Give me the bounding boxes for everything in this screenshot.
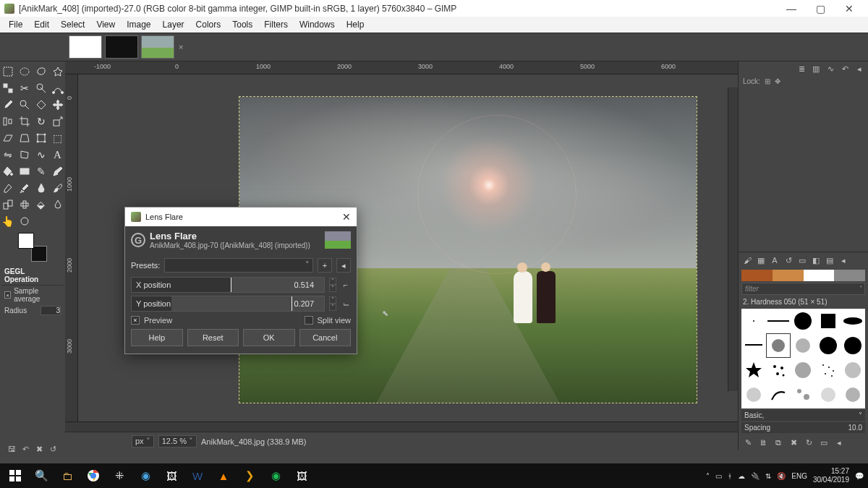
tab-thumb-2[interactable] <box>105 35 138 59</box>
menu-image[interactable]: Image <box>121 18 156 31</box>
tray-notifications-icon[interactable]: 💬 <box>855 472 864 480</box>
reset-options-icon[interactable]: ↺ <box>47 443 59 455</box>
cancel-button[interactable]: Cancel <box>299 329 352 346</box>
tray-power-icon[interactable]: 🔌 <box>751 472 760 480</box>
tray-vol-icon[interactable]: 🔇 <box>777 472 786 480</box>
brush-open-icon[interactable]: ▭ <box>817 437 830 448</box>
tool-eraser[interactable] <box>1 181 15 195</box>
start-button[interactable] <box>4 466 26 486</box>
undo-tab-icon[interactable]: ↶ <box>839 63 851 74</box>
patterns-tab-icon[interactable]: ▦ <box>755 254 767 266</box>
tool-zoom[interactable] <box>17 98 32 112</box>
minimize-button[interactable]: — <box>777 3 806 14</box>
search-icon[interactable]: 🔍 <box>30 466 52 486</box>
restore-options-icon[interactable]: ↶ <box>20 443 31 455</box>
explorer-icon[interactable]: 🗀 <box>56 466 78 486</box>
menu-help[interactable]: Help <box>341 18 370 31</box>
tool-text[interactable]: A <box>51 147 65 162</box>
vlc-icon[interactable]: ▲ <box>213 466 234 486</box>
brush-grid[interactable] <box>741 309 865 408</box>
menu-windows[interactable]: Windows <box>294 18 341 31</box>
brush-edit-icon[interactable]: ✎ <box>741 437 754 448</box>
save-options-icon[interactable]: 🖫 <box>6 443 17 455</box>
tool-perspective[interactable] <box>17 131 32 145</box>
paths-tab-icon[interactable]: ∿ <box>825 63 836 74</box>
presets-dropdown[interactable] <box>164 258 313 273</box>
menu-layer[interactable]: Layer <box>157 18 190 31</box>
dialog-titlebar[interactable]: Lens Flare ✕ <box>125 207 357 226</box>
brush-filter[interactable]: filter ˅ <box>741 283 865 295</box>
scrollbar-horizontal[interactable] <box>65 421 738 432</box>
unit-selector[interactable]: px <box>132 435 154 448</box>
tool-clone[interactable] <box>1 197 15 212</box>
link-top[interactable]: ⌐ <box>341 281 351 289</box>
images-tab-icon[interactable]: ▭ <box>796 254 808 266</box>
fg-color[interactable] <box>18 233 34 249</box>
slack-icon[interactable]: ⁜ <box>109 466 130 486</box>
tool-crop[interactable] <box>17 114 32 129</box>
brushes-tab-icon[interactable]: 🖌 <box>741 254 753 266</box>
panel2-menu-icon[interactable]: ◂ <box>838 254 849 266</box>
tool-rotate[interactable]: ↻ <box>34 114 48 129</box>
preset-add-icon[interactable]: + <box>318 258 332 273</box>
app-icon-1[interactable]: 🖼 <box>161 466 182 486</box>
close-button[interactable]: ✕ <box>835 3 864 14</box>
gradient-preview[interactable] <box>741 270 865 281</box>
preview-checkbox[interactable]: × <box>131 316 140 325</box>
tool-scissors[interactable]: ✂ <box>17 81 32 95</box>
gimp-taskbar-icon[interactable]: 🖼 <box>291 466 312 486</box>
tool-pencil[interactable]: ✎ <box>34 164 48 179</box>
tray-battery-icon[interactable]: ▭ <box>715 472 722 480</box>
tool-blur[interactable] <box>51 197 65 212</box>
zoom-selector[interactable]: 12.5 % <box>158 435 197 448</box>
tab-close-icon[interactable]: × <box>179 43 183 51</box>
brush-dup-icon[interactable]: ⧉ <box>772 437 785 448</box>
tool-measure[interactable] <box>34 98 48 112</box>
tray-overflow-icon[interactable]: ˄ <box>706 472 710 480</box>
color-swatches[interactable] <box>18 233 47 262</box>
tool-perspective-clone[interactable]: ⬙ <box>34 197 48 212</box>
ok-button[interactable]: OK <box>243 329 295 346</box>
brush-spacing[interactable]: Spacing10.0 <box>741 422 865 433</box>
tool-flip[interactable]: ⇋ <box>1 147 15 162</box>
tray-wifi-icon[interactable]: ⇅ <box>765 472 771 480</box>
tool-handle[interactable]: ⬚ <box>51 131 65 145</box>
tool-smudge[interactable]: 👆 <box>1 214 15 228</box>
tool-bucket[interactable] <box>1 164 15 179</box>
palettes-tab-icon[interactable]: ▤ <box>824 254 835 266</box>
brush-menu2-icon[interactable]: ◂ <box>833 437 846 448</box>
layers-list[interactable] <box>739 87 868 252</box>
split-checkbox[interactable] <box>305 316 313 325</box>
tool-color-picker[interactable] <box>1 98 15 112</box>
menu-view[interactable]: View <box>90 18 121 31</box>
brush-mode[interactable]: Basic,˅ <box>741 410 865 421</box>
tool-align[interactable] <box>1 114 15 129</box>
tool-heal[interactable] <box>17 197 32 212</box>
preset-menu-icon[interactable]: ◂ <box>336 258 351 273</box>
plex-icon[interactable]: ❯ <box>239 466 260 486</box>
channels-tab-icon[interactable]: ▥ <box>810 63 822 74</box>
panel-menu-icon[interactable]: ◂ <box>854 63 865 74</box>
tool-ellipse-select[interactable] <box>17 64 32 79</box>
lock-position-icon[interactable]: ✥ <box>775 77 780 85</box>
tool-free-select[interactable] <box>34 64 48 79</box>
delete-options-icon[interactable]: ✖ <box>33 443 45 455</box>
tool-foreground[interactable] <box>34 81 48 95</box>
tool-airbrush[interactable] <box>17 181 32 195</box>
fonts-tab-icon[interactable]: A <box>769 254 780 266</box>
tray-lang[interactable]: ENG <box>791 472 807 480</box>
qbit-icon[interactable]: ◉ <box>135 466 156 486</box>
tray-cloud-icon[interactable]: ☁ <box>738 472 745 480</box>
scrollbar-vertical[interactable] <box>728 87 738 391</box>
brush-refresh-icon[interactable]: ↻ <box>802 437 815 448</box>
tool-scale[interactable] <box>51 114 65 129</box>
tool-ink[interactable] <box>34 181 48 195</box>
tool-move[interactable] <box>51 98 65 112</box>
taskbar-clock[interactable]: 15:27 30/04/2019 <box>813 467 849 484</box>
pointer-icon[interactable]: ⬉ <box>382 309 388 318</box>
tray-bt-icon[interactable]: ᚼ <box>728 472 732 480</box>
tab-thumb-3[interactable] <box>141 35 174 59</box>
link-bottom[interactable]: ⌙ <box>341 299 351 309</box>
menu-colors[interactable]: Colors <box>190 18 227 31</box>
ypos-down[interactable]: ˅ <box>329 304 336 311</box>
